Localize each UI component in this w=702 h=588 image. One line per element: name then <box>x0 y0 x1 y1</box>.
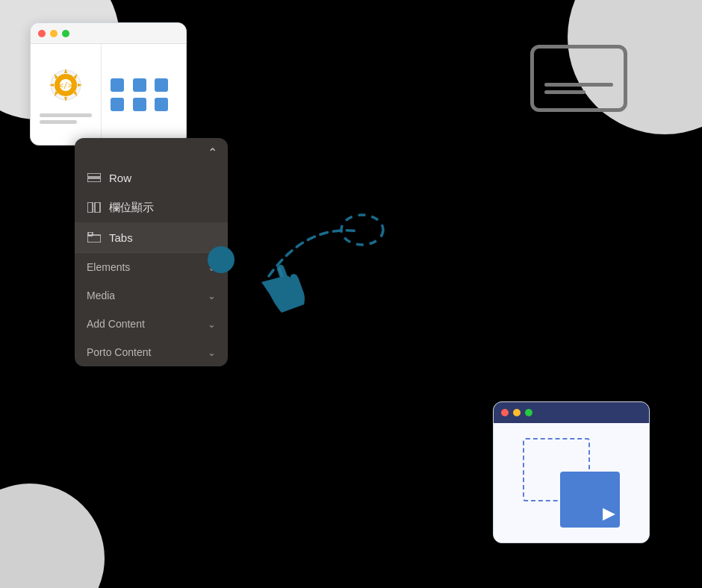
monitor-lines <box>544 83 613 98</box>
add-content-chevron-icon: ⌄ <box>208 319 216 330</box>
widget-line-2 <box>40 120 77 124</box>
titlebar-dot-yellow <box>50 30 58 37</box>
gear-code-icon: </> <box>43 63 88 107</box>
svg-rect-6 <box>87 202 93 213</box>
sidebar-item-row[interactable]: Row <box>75 163 228 193</box>
monitor-line-2 <box>544 90 585 94</box>
drag-drop-illustration: ▶ <box>523 438 620 528</box>
grid-dot-5 <box>133 98 146 111</box>
bg-circle-bottomleft <box>0 484 105 588</box>
sidebar-category-media-label: Media <box>87 290 115 301</box>
sidebar-category-media[interactable]: Media ⌄ <box>75 281 228 310</box>
widget-line-1 <box>40 113 92 117</box>
monitor-shape <box>530 45 627 112</box>
chevron-up-icon[interactable]: ⌃ <box>208 146 217 160</box>
sidebar-item-columns-label: 欄位顯示 <box>109 201 154 215</box>
widget-lines <box>40 113 92 127</box>
widget-card-bottomright: ▶ <box>493 401 650 543</box>
titlebar-dot-red <box>38 30 46 37</box>
widget-titlebar-bottomright <box>494 402 649 423</box>
widget-body-topleft: </> <box>31 44 186 145</box>
tab-selection-dot <box>208 246 234 273</box>
grid-dot-6 <box>155 98 168 111</box>
sidebar-item-tabs[interactable]: Tabs <box>75 222 228 252</box>
sidebar-panel: ⌃ Row 欄位顯示 Tabs Elements ⌄ Media ⌄ Add C… <box>75 138 228 366</box>
svg-rect-4 <box>87 173 101 177</box>
grid-dot-4 <box>111 98 124 111</box>
monitor-body <box>530 45 627 112</box>
br-dot-yellow <box>513 409 521 416</box>
row-icon <box>87 170 102 185</box>
sidebar-panel-header: ⌃ <box>75 138 228 163</box>
sidebar-item-columns[interactable]: 欄位顯示 <box>75 193 228 222</box>
sidebar-category-porto-content[interactable]: Porto Content ⌄ <box>75 338 228 366</box>
br-dot-green <box>525 409 532 416</box>
svg-rect-7 <box>95 202 100 213</box>
sidebar-category-elements-label: Elements <box>87 261 130 273</box>
sidebar-item-tabs-label: Tabs <box>109 231 133 244</box>
tabs-icon <box>87 230 102 245</box>
sidebar-category-porto-content-label: Porto Content <box>87 346 151 358</box>
grid-dot-1 <box>111 78 124 92</box>
media-chevron-icon: ⌄ <box>208 290 216 301</box>
grid-dot-2 <box>133 78 146 92</box>
columns-icon <box>87 200 102 215</box>
grid-dot-3 <box>155 78 168 92</box>
widget-card-left-panel: </> <box>31 44 102 145</box>
solid-element-box: ▶ <box>560 472 620 528</box>
widget-card-topleft: </> <box>30 22 187 146</box>
widget-titlebar-topleft <box>31 23 186 44</box>
porto-content-chevron-icon: ⌄ <box>208 347 216 358</box>
titlebar-dot-green <box>62 30 69 37</box>
svg-rect-5 <box>87 178 101 182</box>
widget-body-bottomright: ▶ <box>494 423 649 542</box>
br-dot-red <box>501 409 509 416</box>
sidebar-category-elements[interactable]: Elements ⌄ <box>75 253 228 281</box>
cursor-arrow-icon: ▶ <box>603 504 615 523</box>
svg-rect-9 <box>88 232 93 236</box>
widget-card-grid-panel <box>102 44 180 145</box>
svg-text:</>: </> <box>59 81 72 90</box>
drag-arrow-area <box>224 201 388 336</box>
sidebar-item-row-label: Row <box>109 172 131 184</box>
monitor-line-1 <box>544 83 613 87</box>
sidebar-category-add-content[interactable]: Add Content ⌄ <box>75 310 228 338</box>
sidebar-category-add-content-label: Add Content <box>87 318 145 330</box>
